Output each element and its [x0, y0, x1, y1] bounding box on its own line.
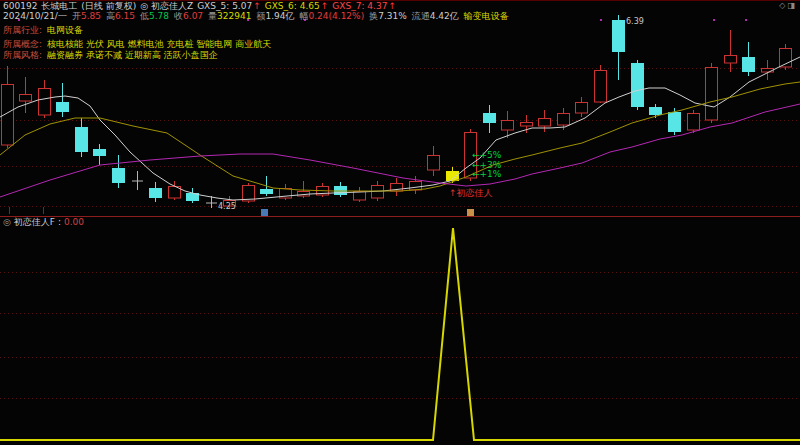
- quote-float: 流通4.42亿: [412, 11, 459, 21]
- window-controls: ◇◨: [779, 1, 797, 11]
- candle-down: [93, 149, 106, 156]
- buy-signal-label: ↑初恋佳人: [449, 188, 493, 198]
- up-arrow-icon: ↑: [321, 1, 329, 11]
- pct1-marker: ←+1%: [472, 169, 501, 179]
- sector-tag[interactable]: 输变电设备: [464, 11, 509, 21]
- candle-down: [631, 63, 644, 107]
- candle-down: [483, 113, 496, 123]
- candle-up: [521, 123, 533, 127]
- lower-indicator-name[interactable]: 初恋佳人F :: [14, 217, 61, 227]
- style-line: 所属风格: 融资融券 承诺不减 近期新高 活跃小盘国企: [3, 50, 218, 60]
- indicator-spike-line: [0, 228, 800, 440]
- quote-close: 收6.07: [174, 11, 203, 21]
- candle-down: [668, 112, 681, 132]
- concept-line: 所属概念: 核电核能 光伏 风电 燃料电池 充电桩 智能电网 商业航天: [3, 39, 271, 49]
- up-arrow-icon: ↑: [388, 1, 396, 11]
- candle-down: [56, 102, 69, 112]
- candle-down: [742, 57, 755, 72]
- candle-up: [558, 114, 570, 126]
- industry-line: 所属行业: 电网设备: [3, 25, 83, 35]
- candle-down: [649, 107, 662, 115]
- dot-marker: [745, 19, 747, 21]
- stock-name: 长城电工: [41, 1, 77, 11]
- candle-down: [112, 168, 125, 183]
- candle-up: [688, 114, 700, 131]
- candle-up: [428, 156, 440, 171]
- candle-up: [706, 68, 718, 121]
- info-mine-icon[interactable]: [467, 209, 474, 216]
- indicator-icon[interactable]: ◎: [3, 217, 11, 227]
- gxs6-value: GXS_6: 4.65↑: [265, 1, 329, 11]
- lower-panel-header: ◎ 初恋佳人F : 0.00: [3, 217, 87, 227]
- candle-up: [39, 89, 51, 116]
- candle-up: [354, 192, 366, 201]
- candle-up: [576, 103, 588, 114]
- quote-turnover: 换7.31%: [369, 11, 407, 21]
- quote-bar: 2024/10/21/一 开5.85 高6.15 低5.78 收6.07 量32…: [3, 11, 509, 21]
- gxs7-value: GXS_7: 4.37↑: [332, 1, 396, 11]
- lower-indicator-value: 0.00: [64, 217, 84, 227]
- quote-volume: 量322941: [208, 11, 251, 21]
- candle-up: [595, 71, 607, 103]
- candle-down: [260, 189, 273, 194]
- candle-down: [612, 20, 625, 52]
- low-price-label: 4.25: [218, 202, 236, 212]
- main-indicator-name[interactable]: ◎ 初恋佳人Z: [140, 1, 193, 11]
- chart-canvas[interactable]: [0, 0, 800, 445]
- split-view-icon[interactable]: ◨: [787, 1, 797, 10]
- gxs5-value: GXS_5: 5.07↑: [197, 1, 261, 11]
- stock-code: 600192: [3, 1, 37, 11]
- candle-up: [539, 119, 551, 127]
- up-arrow-icon: ↑: [253, 1, 261, 11]
- dot-marker: [713, 19, 715, 21]
- info-mine-icon[interactable]: [261, 209, 268, 216]
- candle-down: [75, 127, 88, 152]
- candle-up: [725, 56, 737, 64]
- candle-up: [20, 95, 32, 102]
- period-label[interactable]: (日线 前复权): [81, 1, 136, 11]
- pct5-marker: ←+5%: [472, 150, 501, 160]
- candle-up: [502, 121, 514, 131]
- quote-amount: 额1.94亿: [256, 11, 294, 21]
- high-price-label: 6.39: [626, 17, 644, 27]
- quote-change: 幅0.24(4.12%): [300, 11, 365, 21]
- candle-up: [410, 182, 422, 191]
- candle-down: [149, 188, 162, 198]
- quote-low: 低5.78: [140, 11, 169, 21]
- concept-tags[interactable]: 核电核能 光伏 风电 燃料电池 充电桩 智能电网 商业航天: [47, 39, 271, 49]
- title-bar: 600192 长城电工 (日线 前复权) ◎ 初恋佳人Z GXS_5: 5.07…: [3, 1, 400, 11]
- quote-date: 2024/10/21/一: [3, 11, 67, 21]
- quote-open: 开5.85: [72, 11, 101, 21]
- style-tags[interactable]: 融资融券 承诺不减 近期新高 活跃小盘国企: [47, 50, 218, 60]
- industry-tag[interactable]: 电网设备: [47, 25, 83, 35]
- quote-high: 高6.15: [106, 11, 135, 21]
- tdx-window: 600192 长城电工 (日线 前复权) ◎ 初恋佳人Z GXS_5: 5.07…: [0, 0, 800, 445]
- dot-marker: [600, 19, 602, 21]
